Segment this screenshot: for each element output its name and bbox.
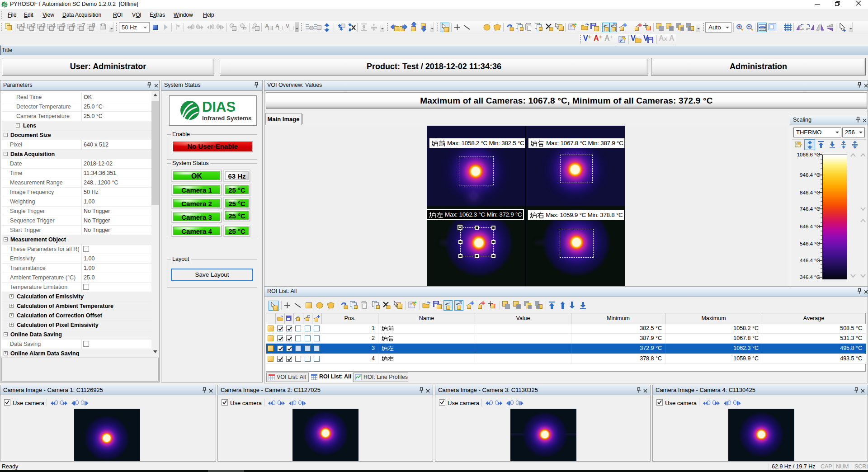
svg-text:V: V xyxy=(619,39,622,43)
